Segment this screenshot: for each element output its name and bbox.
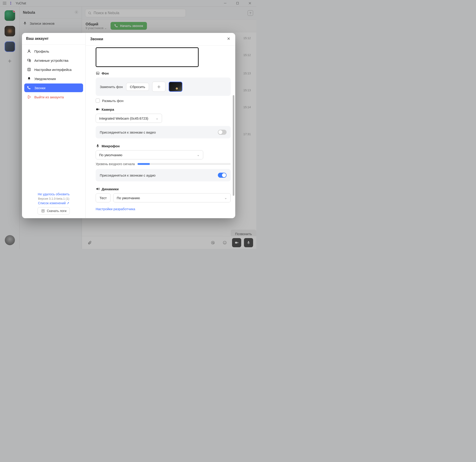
download-icon bbox=[41, 209, 45, 213]
sidebar-item-logout[interactable]: Выйти из аккаунта bbox=[24, 93, 83, 101]
join-with-video-toggle[interactable] bbox=[218, 130, 227, 135]
download-logs-button[interactable]: Скачать логи bbox=[38, 207, 70, 215]
mic-icon bbox=[96, 144, 100, 148]
devices-icon bbox=[27, 58, 31, 62]
sliders-icon bbox=[27, 67, 31, 72]
settings-modal: Ваш аккаунт Профиль Активные устройства … bbox=[22, 33, 235, 218]
version-text: Версия 3.1.0-beta.1 (1) bbox=[26, 197, 82, 200]
video-preview bbox=[96, 47, 199, 67]
chevron-down-icon: ⌄ bbox=[156, 116, 159, 120]
sidebar-item-ui[interactable]: Настройки интерфейса bbox=[24, 65, 83, 74]
settings-sidebar: Ваш аккаунт Профиль Активные устройства … bbox=[22, 33, 85, 218]
phone-icon bbox=[27, 86, 31, 90]
section-camera-label: Камера bbox=[102, 108, 114, 111]
svg-point-16 bbox=[29, 70, 30, 70]
blur-background-checkbox[interactable]: Размыть фон bbox=[96, 99, 231, 103]
mic-select[interactable]: По умолчанию ⌄ bbox=[96, 150, 203, 160]
join-with-audio-toggle-row: Присоединяться к звонкам с аудио bbox=[96, 169, 231, 181]
replace-background-label: Заменить фон bbox=[100, 85, 123, 89]
settings-sidebar-title: Ваш аккаунт bbox=[22, 33, 85, 45]
background-thumbnail[interactable] bbox=[169, 82, 182, 92]
camera-icon bbox=[96, 107, 100, 111]
sidebar-item-notifications[interactable]: Уведомления bbox=[24, 74, 83, 83]
settings-panel: Звонки Фон Заменить фон Сбросить + Размы… bbox=[85, 33, 235, 218]
svg-rect-21 bbox=[97, 144, 98, 146]
developer-settings-link[interactable]: Настройки разработчика bbox=[96, 207, 231, 211]
settings-panel-title: Звонки bbox=[90, 37, 103, 41]
join-with-video-toggle-row: Присоединяться к звонкам с видео bbox=[96, 126, 231, 138]
input-level-label: Уровень входного сигнала bbox=[96, 162, 135, 166]
svg-point-19 bbox=[97, 73, 97, 73]
section-mic-label: Микрофон bbox=[102, 144, 120, 148]
bell-icon bbox=[27, 77, 31, 81]
sidebar-item-devices[interactable]: Активные устройства bbox=[24, 56, 83, 65]
settings-footer: Не удалось обновить Версия 3.1.0-beta.1 … bbox=[22, 189, 85, 218]
changelog-link[interactable]: Список изменений ↗ bbox=[26, 201, 82, 205]
input-level-meter bbox=[137, 163, 231, 165]
chevron-down-icon: ⌄ bbox=[197, 153, 200, 157]
reset-background-button[interactable]: Сбросить bbox=[126, 83, 149, 91]
speakers-select[interactable]: По умолчанию ⌄ bbox=[113, 193, 231, 202]
svg-point-15 bbox=[28, 69, 29, 69]
test-speakers-button[interactable]: Тест bbox=[96, 193, 110, 202]
user-icon bbox=[27, 49, 31, 53]
svg-point-11 bbox=[28, 50, 30, 51]
chevron-down-icon: ⌄ bbox=[224, 196, 227, 200]
sidebar-item-calls[interactable]: Звонки bbox=[24, 84, 83, 92]
background-panel: Заменить фон Сбросить + bbox=[96, 77, 231, 96]
section-speakers-label: Динамики bbox=[102, 187, 119, 191]
checkbox-icon bbox=[96, 99, 100, 103]
update-failed-link[interactable]: Не удалось обновить bbox=[26, 192, 82, 196]
logout-icon bbox=[27, 95, 31, 99]
image-icon bbox=[96, 71, 100, 75]
svg-rect-14 bbox=[28, 68, 30, 71]
close-icon[interactable] bbox=[227, 37, 231, 42]
section-background-label: Фон bbox=[102, 71, 109, 75]
sidebar-item-profile[interactable]: Профиль bbox=[24, 47, 83, 56]
add-background-button[interactable]: + bbox=[152, 82, 165, 92]
speaker-icon bbox=[96, 187, 100, 191]
camera-select[interactable]: Integrated Webcam (0c45:6723) ⌄ bbox=[96, 114, 162, 123]
svg-rect-20 bbox=[96, 109, 98, 110]
join-with-audio-toggle[interactable] bbox=[218, 173, 227, 178]
scrollbar[interactable] bbox=[233, 47, 234, 216]
